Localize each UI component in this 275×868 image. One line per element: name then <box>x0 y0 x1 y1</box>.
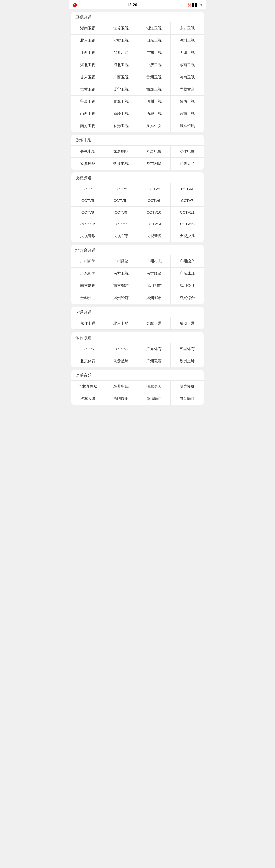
channel-cell[interactable]: CCTV8 <box>71 207 104 218</box>
channel-cell[interactable]: 广东新闻 <box>71 268 104 280</box>
channel-cell[interactable]: 旅游卫视 <box>138 84 171 96</box>
channel-cell[interactable]: 甘肃卫视 <box>71 71 104 84</box>
channel-cell[interactable]: CCTV2 <box>104 183 138 195</box>
channel-cell[interactable]: 喜剧电影 <box>138 146 171 158</box>
channel-cell[interactable]: 广东珠江 <box>171 268 204 280</box>
channel-cell[interactable]: 深圳公共 <box>171 280 204 292</box>
channel-cell[interactable]: 天津卫视 <box>171 47 204 59</box>
channel-cell[interactable]: CCTV4 <box>171 183 204 195</box>
channel-cell[interactable]: CCTV1 <box>71 183 104 195</box>
channel-cell[interactable]: 央视少儿 <box>171 230 204 242</box>
channel-cell[interactable]: 都市剧场 <box>138 158 171 170</box>
channel-cell[interactable]: 湖北卫视 <box>71 59 104 71</box>
channel-cell[interactable]: 深圳都市 <box>138 280 171 292</box>
channel-cell[interactable]: 广东卫视 <box>138 47 171 59</box>
channel-cell[interactable]: 央视电影 <box>71 146 104 158</box>
channel-cell[interactable]: 炫动卡通 <box>171 317 204 330</box>
channel-cell[interactable]: CCTV13 <box>104 218 138 230</box>
channel-cell[interactable]: 云南卫视 <box>171 108 204 120</box>
channel-cell[interactable]: 河北卫视 <box>104 59 138 71</box>
channel-cell[interactable]: 伤感男人 <box>138 380 171 393</box>
channel-cell[interactable]: 电音舞曲 <box>171 393 204 405</box>
channel-cell[interactable]: 汽车大碟 <box>71 393 104 405</box>
channel-cell[interactable]: 深圳卫视 <box>171 35 204 47</box>
channel-cell[interactable]: 央视新闻 <box>138 230 171 242</box>
channel-cell[interactable]: CCTV9 <box>104 207 138 218</box>
channel-cell[interactable]: 南方经济 <box>138 268 171 280</box>
channel-cell[interactable]: 广州经济 <box>104 255 138 268</box>
channel-cell[interactable]: 广西卫视 <box>104 71 138 84</box>
channel-cell[interactable]: 西藏卫视 <box>138 108 171 120</box>
channel-cell[interactable]: 凤凰中文 <box>138 120 171 132</box>
channel-cell[interactable]: CCTV7 <box>171 195 204 207</box>
channel-cell[interactable]: 四川卫视 <box>138 96 171 108</box>
channel-cell[interactable]: 东南卫视 <box>171 59 204 71</box>
channel-cell[interactable]: 广州少儿 <box>138 255 171 268</box>
channel-cell[interactable]: CCTV5 <box>71 343 104 355</box>
channel-cell[interactable]: CCTV6 <box>138 195 171 207</box>
channel-cell[interactable]: 央视军事 <box>104 230 138 242</box>
channel-cell[interactable]: 陕西卫视 <box>171 96 204 108</box>
channel-cell[interactable]: CCTV3 <box>138 183 171 195</box>
channel-cell[interactable]: 湖南卫视 <box>71 22 104 35</box>
channel-cell[interactable]: 山西卫视 <box>71 108 104 120</box>
channel-cell[interactable]: 经典串烧 <box>104 380 138 393</box>
channel-cell[interactable]: CCTV15 <box>171 218 204 230</box>
channel-cell[interactable]: 北京卫视 <box>71 35 104 47</box>
channel-cell[interactable]: 新疆卫视 <box>104 108 138 120</box>
channel-cell[interactable]: CCTV5 <box>71 195 104 207</box>
channel-cell[interactable]: CCTV5+ <box>104 343 138 355</box>
channel-cell[interactable]: 嘉兴综合 <box>171 292 204 304</box>
channel-cell[interactable]: 辽宁卫视 <box>104 84 138 96</box>
channel-cell[interactable]: 热播电视 <box>104 158 138 170</box>
channel-cell[interactable]: 经典大片 <box>171 158 204 170</box>
channel-cell[interactable]: 江苏卫视 <box>104 22 138 35</box>
channel-cell[interactable]: 广东体育 <box>138 343 171 355</box>
channel-cell[interactable]: 酒吧慢摇 <box>104 393 138 405</box>
channel-cell[interactable]: 青海卫视 <box>104 96 138 108</box>
channel-cell[interactable]: 内蒙古台 <box>171 84 204 96</box>
channel-cell[interactable]: 东方卫视 <box>171 22 204 35</box>
channel-cell[interactable]: 广州综合 <box>171 255 204 268</box>
channel-cell[interactable]: 河南卫视 <box>171 71 204 84</box>
channel-cell[interactable]: CCTV10 <box>138 207 171 218</box>
channel-cell[interactable]: 温州经济 <box>104 292 138 304</box>
channel-cell[interactable]: 央视音乐 <box>71 230 104 242</box>
channel-cell[interactable]: 金鹰卡通 <box>138 317 171 330</box>
channel-cell[interactable]: 动作电影 <box>171 146 204 158</box>
channel-cell[interactable]: 金华公共 <box>71 292 104 304</box>
channel-cell[interactable]: 江西卫视 <box>71 47 104 59</box>
channel-cell[interactable]: 经典剧场 <box>71 158 104 170</box>
channel-cell[interactable]: 南方卫视 <box>71 120 104 132</box>
channel-cell[interactable]: 宁夏卫视 <box>71 96 104 108</box>
channel-cell[interactable]: 南方综艺 <box>104 280 138 292</box>
channel-cell[interactable]: CCTV11 <box>171 207 204 218</box>
channel-cell[interactable]: 吉林卫视 <box>71 84 104 96</box>
channel-cell[interactable]: 南方卫视 <box>104 268 138 280</box>
channel-cell[interactable]: 温州都市 <box>138 292 171 304</box>
channel-cell[interactable]: 凤凰资讯 <box>171 120 204 132</box>
channel-cell[interactable]: 香港卫视 <box>104 120 138 132</box>
channel-cell[interactable]: 浙江卫视 <box>138 22 171 35</box>
channel-cell[interactable]: CCTV5+ <box>104 195 138 207</box>
channel-cell[interactable]: 北京卡酷 <box>104 317 138 330</box>
channel-cell[interactable]: 安徽卫视 <box>104 35 138 47</box>
channel-cell[interactable]: 风云足球 <box>104 355 138 367</box>
channel-cell[interactable]: CCTV14 <box>138 218 171 230</box>
channel-cell[interactable]: 发烧慢摇 <box>171 380 204 393</box>
channel-cell[interactable]: 南方影视 <box>71 280 104 292</box>
channel-cell[interactable]: 山东卫视 <box>138 35 171 47</box>
channel-cell[interactable]: 五星体育 <box>171 343 204 355</box>
channel-cell[interactable]: 重庆卫视 <box>138 59 171 71</box>
channel-cell[interactable]: 贵州卫视 <box>138 71 171 84</box>
channel-cell[interactable]: 华龙直播盒 <box>71 380 104 393</box>
channel-cell[interactable]: 黑龙江台 <box>104 47 138 59</box>
channel-cell[interactable]: 嘉佳卡通 <box>71 317 104 330</box>
channel-cell[interactable]: CCTV12 <box>71 218 104 230</box>
channel-cell[interactable]: 广州竞赛 <box>138 355 171 367</box>
channel-cell[interactable]: 家庭剧场 <box>104 146 138 158</box>
channel-cell[interactable]: 北京体育 <box>71 355 104 367</box>
channel-cell[interactable]: 激情舞曲 <box>138 393 171 405</box>
channel-cell[interactable]: 欧洲足球 <box>171 355 204 367</box>
channel-cell[interactable]: 广州新闻 <box>71 255 104 268</box>
